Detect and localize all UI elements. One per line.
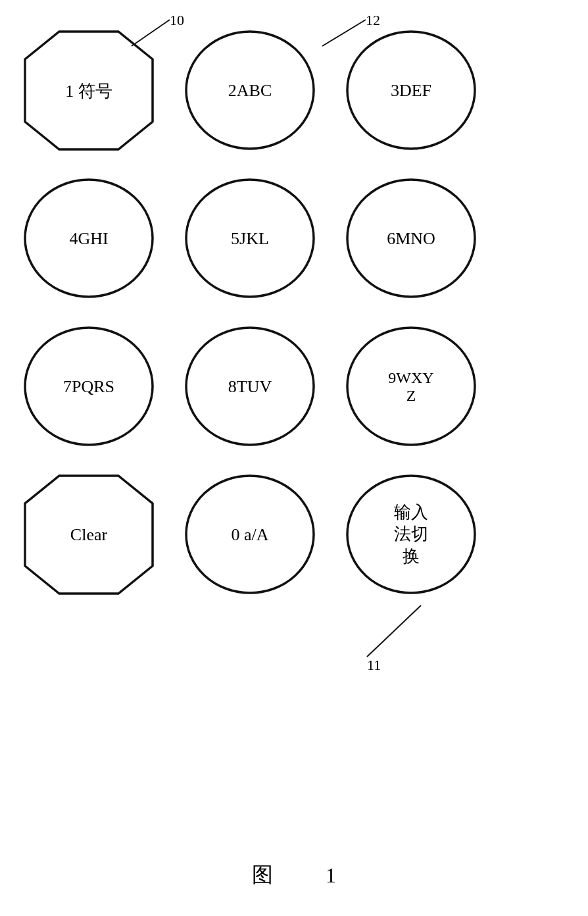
annotation-11: 11 <box>367 657 381 674</box>
key-clear-shape <box>20 471 158 599</box>
svg-point-1 <box>186 32 314 149</box>
key-9-shape <box>342 322 480 451</box>
key-2-shape <box>181 26 319 155</box>
row-2: 4GHI 5JKL 6MNO <box>20 174 480 303</box>
key-6-wrap[interactable]: 6MNO <box>342 174 480 303</box>
svg-point-10 <box>347 328 475 445</box>
key-5-wrap[interactable]: 5JKL <box>181 174 319 303</box>
key-5-shape <box>181 174 319 303</box>
key-switch-wrap[interactable]: 输入 法切 换 <box>342 471 480 599</box>
row-1: 1 符号 2ABC 3DEF <box>20 26 480 155</box>
svg-marker-0 <box>25 32 153 149</box>
key-0-wrap[interactable]: 0 a/A <box>181 471 319 599</box>
row-3: 7PQRS 8TUV 9WXY Z <box>20 322 480 451</box>
figure-number: 1 <box>326 863 336 888</box>
key-4-wrap[interactable]: 4GHI <box>20 174 158 303</box>
key-1-wrap[interactable]: 1 符号 <box>20 26 158 155</box>
key-6-shape <box>342 174 480 303</box>
key-2-wrap[interactable]: 2ABC <box>181 26 319 155</box>
svg-point-7 <box>347 180 475 297</box>
key-3-shape <box>342 26 480 155</box>
svg-point-13 <box>347 476 475 593</box>
svg-point-8 <box>25 328 153 445</box>
svg-line-14 <box>367 605 421 657</box>
svg-marker-11 <box>25 476 153 594</box>
figure-label: 图 <box>252 861 273 890</box>
key-4-shape <box>20 174 158 303</box>
key-7-shape <box>20 322 158 451</box>
key-7-wrap[interactable]: 7PQRS <box>20 322 158 451</box>
svg-point-6 <box>186 180 314 297</box>
key-9-wrap[interactable]: 9WXY Z <box>342 322 480 451</box>
svg-point-2 <box>347 32 475 149</box>
key-1-shape <box>20 26 158 155</box>
key-8-shape <box>181 322 319 451</box>
key-3-wrap[interactable]: 3DEF <box>342 26 480 155</box>
svg-point-12 <box>186 476 314 593</box>
figure-caption: 图 1 <box>252 861 336 890</box>
row-4: Clear 0 a/A 输入 法切 换 <box>20 471 480 599</box>
svg-point-9 <box>186 328 314 445</box>
key-0-shape <box>181 471 319 599</box>
key-clear-wrap[interactable]: Clear <box>20 471 158 599</box>
key-switch-shape <box>342 471 480 599</box>
svg-point-5 <box>25 180 153 297</box>
key-8-wrap[interactable]: 8TUV <box>181 322 319 451</box>
